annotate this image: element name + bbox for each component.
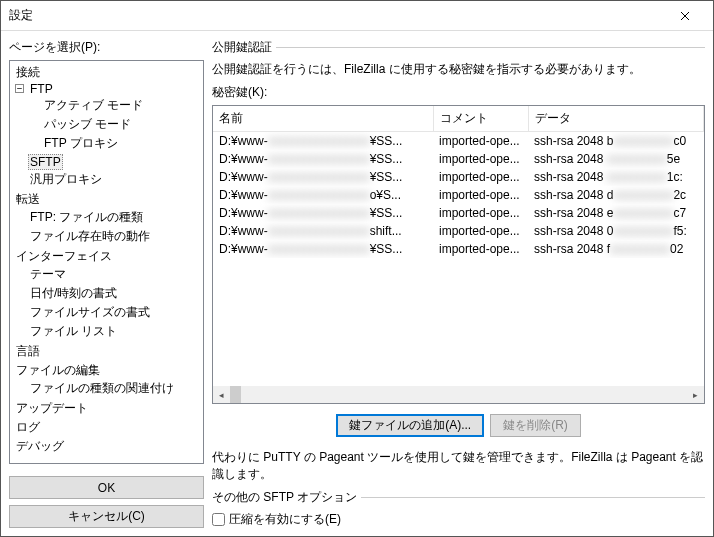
tree-toggle[interactable]: − — [15, 84, 24, 93]
cell-comment: imported-ope... — [433, 168, 528, 186]
cell-comment: imported-ope... — [433, 204, 528, 222]
tree-ftp[interactable]: FTP — [28, 82, 55, 96]
cell-comment: imported-ope... — [433, 222, 528, 240]
tree-ftp-proxy[interactable]: FTP プロキシ — [42, 136, 120, 150]
cell-data: ssh-rsa 2048 xxxxxxxxxx5e — [528, 150, 704, 168]
tree-filesize-fmt[interactable]: ファイルサイズの書式 — [28, 305, 152, 319]
table-row[interactable]: D:¥www-xxxxxxxxxxxxxxxxxshift...imported… — [213, 222, 704, 240]
tree-passive-mode[interactable]: パッシブ モード — [42, 117, 133, 131]
tree-file-list[interactable]: ファイル リスト — [28, 324, 119, 338]
tree-update[interactable]: アップデート — [14, 401, 90, 415]
tree-datetime-fmt[interactable]: 日付/時刻の書式 — [28, 286, 119, 300]
cell-data: ssh-rsa 2048 exxxxxxxxxxc7 — [528, 204, 704, 222]
tree-active-mode[interactable]: アクティブ モード — [42, 98, 145, 112]
cell-name: D:¥www-xxxxxxxxxxxxxxxxx¥SS... — [213, 150, 433, 168]
tree-ftp-filetypes[interactable]: FTP: ファイルの種類 — [28, 210, 145, 224]
table-row[interactable]: D:¥www-xxxxxxxxxxxxxxxxx¥SS...imported-o… — [213, 132, 704, 151]
table-row[interactable]: D:¥www-xxxxxxxxxxxxxxxxx¥SS...imported-o… — [213, 150, 704, 168]
cell-name: D:¥www-xxxxxxxxxxxxxxxxx¥SS... — [213, 132, 433, 151]
scroll-thumb[interactable] — [230, 386, 241, 403]
tree-toggle[interactable]: − — [9, 364, 10, 373]
tree-transfer[interactable]: 転送 — [14, 192, 42, 206]
pageant-note: 代わりに PuTTY の Pageant ツールを使用して鍵を管理できます。Fi… — [212, 449, 705, 483]
cell-comment: imported-ope... — [433, 240, 528, 258]
key-list[interactable]: 名前 コメント データ D:¥www-xxxxxxxxxxxxxxxxx¥SS.… — [212, 105, 705, 404]
pubkey-description: 公開鍵認証を行うには、FileZilla に使用する秘密鍵を指示する必要がありま… — [212, 61, 705, 78]
cell-name: D:¥www-xxxxxxxxxxxxxxxxx¥SS... — [213, 240, 433, 258]
page-select-label: ページを選択(P): — [9, 39, 204, 56]
table-row[interactable]: D:¥www-xxxxxxxxxxxxxxxxx¥SS...imported-o… — [213, 168, 704, 186]
horizontal-scrollbar[interactable]: ◂ ▸ — [213, 386, 704, 403]
tree-theme[interactable]: テーマ — [28, 267, 68, 281]
scroll-left-icon[interactable]: ◂ — [213, 386, 230, 403]
cell-comment: imported-ope... — [433, 132, 528, 151]
col-data[interactable]: データ — [528, 106, 704, 132]
tree-toggle[interactable]: − — [9, 66, 10, 75]
cell-data: ssh-rsa 2048 0xxxxxxxxxxf5: — [528, 222, 704, 240]
cell-name: D:¥www-xxxxxxxxxxxxxxxxxshift... — [213, 222, 433, 240]
cell-name: D:¥www-xxxxxxxxxxxxxxxxx¥SS... — [213, 168, 433, 186]
cancel-button[interactable]: キャンセル(C) — [9, 505, 204, 528]
window-title: 設定 — [9, 7, 665, 24]
cell-data: ssh-rsa 2048 dxxxxxxxxxx2c — [528, 186, 704, 204]
cell-comment: imported-ope... — [433, 150, 528, 168]
cell-data: ssh-rsa 2048 bxxxxxxxxxxc0 — [528, 132, 704, 151]
other-sftp-title: その他の SFTP オプション — [212, 489, 357, 506]
cell-comment: imported-ope... — [433, 186, 528, 204]
table-row[interactable]: D:¥www-xxxxxxxxxxxxxxxxx¥SS...imported-o… — [213, 204, 704, 222]
compress-checkbox[interactable] — [212, 513, 225, 526]
secret-key-label: 秘密鍵(K): — [212, 84, 705, 101]
pubkey-section-title: 公開鍵認証 — [212, 39, 272, 56]
tree-toggle[interactable]: − — [9, 193, 10, 202]
tree-language[interactable]: 言語 — [14, 344, 42, 358]
cell-data: ssh-rsa 2048 xxxxxxxxxx1c: — [528, 168, 704, 186]
close-button[interactable] — [665, 2, 705, 30]
tree-interface[interactable]: インターフェイス — [14, 249, 114, 263]
tree-file-exists[interactable]: ファイル存在時の動作 — [28, 229, 152, 243]
tree-toggle[interactable]: − — [9, 250, 10, 259]
settings-window: 設定 ページを選択(P): − 接続 − FTP — [0, 0, 714, 537]
tree-generic-proxy[interactable]: 汎用プロキシ — [28, 172, 104, 186]
ok-button[interactable]: OK — [9, 476, 204, 499]
tree-filetype-assoc[interactable]: ファイルの種類の関連付け — [28, 381, 176, 395]
titlebar: 設定 — [1, 1, 713, 31]
table-row[interactable]: D:¥www-xxxxxxxxxxxxxxxxx¥SS...imported-o… — [213, 240, 704, 258]
tree-file-editing[interactable]: ファイルの編集 — [14, 363, 102, 377]
delete-key-button[interactable]: 鍵を削除(R) — [490, 414, 581, 437]
cell-name: D:¥www-xxxxxxxxxxxxxxxxx¥SS... — [213, 204, 433, 222]
cell-name: D:¥www-xxxxxxxxxxxxxxxxxo¥S... — [213, 186, 433, 204]
tree-sftp[interactable]: SFTP — [28, 154, 63, 170]
cell-data: ssh-rsa 2048 fxxxxxxxxxx02 — [528, 240, 704, 258]
tree-debug[interactable]: デバッグ — [14, 439, 66, 453]
page-tree[interactable]: − 接続 − FTP アクティブ モード パッシブ モード FTP プロキシ — [9, 60, 204, 464]
col-comment[interactable]: コメント — [433, 106, 528, 132]
other-sftp-header: その他の SFTP オプション — [212, 489, 705, 505]
scroll-right-icon[interactable]: ▸ — [687, 386, 704, 403]
compress-label[interactable]: 圧縮を有効にする(E) — [229, 511, 341, 528]
pubkey-section-header: 公開鍵認証 — [212, 39, 705, 55]
col-name[interactable]: 名前 — [213, 106, 433, 132]
tree-connection[interactable]: 接続 — [14, 65, 42, 79]
tree-log[interactable]: ログ — [14, 420, 42, 434]
close-icon — [680, 11, 690, 21]
table-row[interactable]: D:¥www-xxxxxxxxxxxxxxxxxo¥S...imported-o… — [213, 186, 704, 204]
add-key-button[interactable]: 鍵ファイルの追加(A)... — [336, 414, 484, 437]
